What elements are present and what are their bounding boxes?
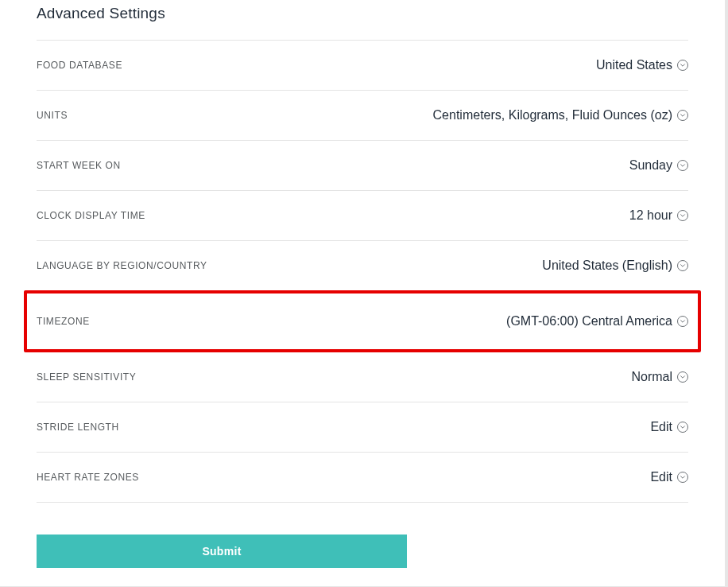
- settings-panel: Advanced Settings FOOD DATABASE United S…: [0, 0, 728, 587]
- row-clock-display-time: CLOCK DISPLAY TIME 12 hour: [37, 190, 688, 240]
- value-start-week-on: Sunday: [629, 158, 672, 173]
- settings-content: Advanced Settings FOOD DATABASE United S…: [5, 0, 720, 568]
- label-clock-display-time: CLOCK DISPLAY TIME: [37, 210, 145, 221]
- highlight-timezone: TIMEZONE (GMT-06:00) Central America: [24, 290, 701, 352]
- chevron-down-icon: [677, 110, 688, 121]
- select-food-database[interactable]: United States: [596, 58, 688, 72]
- chevron-down-icon: [677, 260, 688, 271]
- edit-stride-length[interactable]: Edit: [650, 420, 688, 434]
- label-heart-rate-zones: HEART RATE ZONES: [37, 472, 139, 483]
- chevron-down-icon: [677, 60, 688, 71]
- value-clock-display-time: 12 hour: [629, 208, 672, 223]
- select-sleep-sensitivity[interactable]: Normal: [631, 370, 688, 384]
- select-language[interactable]: United States (English): [542, 259, 688, 273]
- label-units: UNITS: [37, 110, 68, 121]
- chevron-down-icon: [677, 422, 688, 433]
- select-timezone[interactable]: (GMT-06:00) Central America: [506, 314, 688, 328]
- value-food-database: United States: [596, 58, 672, 72]
- label-stride-length: STRIDE LENGTH: [37, 422, 119, 433]
- value-timezone: (GMT-06:00) Central America: [506, 314, 672, 328]
- row-food-database: FOOD DATABASE United States: [37, 40, 688, 90]
- value-heart-rate-zones: Edit: [650, 470, 672, 484]
- row-timezone: TIMEZONE (GMT-06:00) Central America: [37, 294, 688, 349]
- label-food-database: FOOD DATABASE: [37, 60, 122, 71]
- select-units[interactable]: Centimeters, Kilograms, Fluid Ounces (oz…: [433, 108, 688, 122]
- label-sleep-sensitivity: SLEEP SENSITIVITY: [37, 371, 136, 383]
- value-stride-length: Edit: [650, 420, 672, 434]
- label-language: LANGUAGE BY REGION/COUNTRY: [37, 260, 207, 271]
- submit-button[interactable]: Submit: [37, 535, 407, 568]
- chevron-down-icon: [677, 210, 688, 221]
- value-units: Centimeters, Kilograms, Fluid Ounces (oz…: [433, 108, 672, 122]
- select-start-week-on[interactable]: Sunday: [629, 158, 688, 173]
- row-heart-rate-zones: HEART RATE ZONES Edit: [37, 452, 688, 503]
- value-language: United States (English): [542, 259, 672, 273]
- chevron-down-icon: [677, 160, 688, 171]
- label-timezone: TIMEZONE: [37, 316, 90, 327]
- edit-heart-rate-zones[interactable]: Edit: [650, 470, 688, 484]
- submit-area: Submit: [37, 535, 688, 568]
- chevron-down-icon: [677, 316, 688, 327]
- row-units: UNITS Centimeters, Kilograms, Fluid Ounc…: [37, 90, 688, 140]
- value-sleep-sensitivity: Normal: [631, 370, 672, 384]
- row-sleep-sensitivity: SLEEP SENSITIVITY Normal: [37, 352, 688, 402]
- row-language: LANGUAGE BY REGION/COUNTRY United States…: [37, 240, 688, 290]
- row-start-week-on: START WEEK ON Sunday: [37, 140, 688, 190]
- label-start-week-on: START WEEK ON: [37, 160, 121, 171]
- select-clock-display-time[interactable]: 12 hour: [629, 208, 688, 223]
- row-stride-length: STRIDE LENGTH Edit: [37, 402, 688, 452]
- chevron-down-icon: [677, 371, 688, 383]
- section-title: Advanced Settings: [37, 5, 688, 22]
- chevron-down-icon: [677, 472, 688, 483]
